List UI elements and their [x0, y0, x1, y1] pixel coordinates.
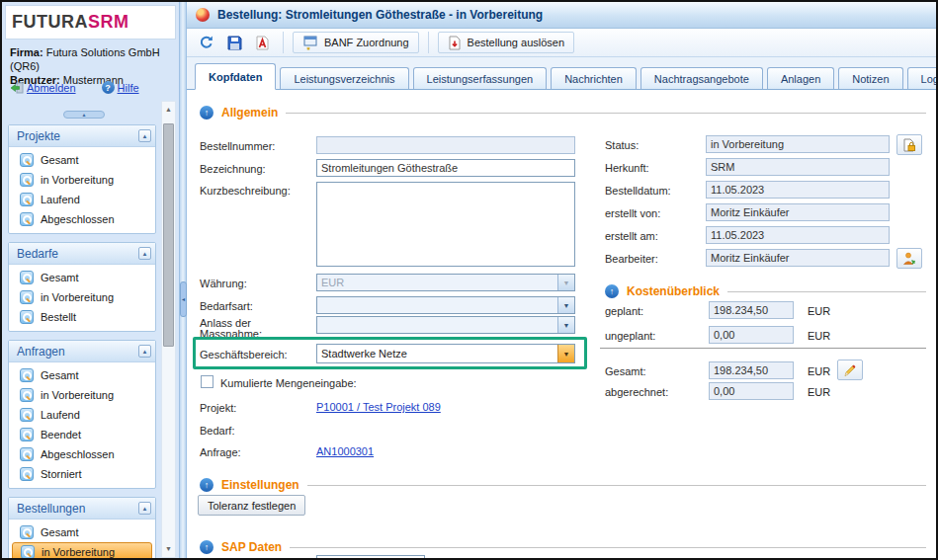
sidebar-item-bedarfe-gesamt[interactable]: Gesamt: [12, 268, 152, 287]
sidebar-item-projekte-gesamt[interactable]: Gesamt: [12, 150, 152, 170]
sidebar-item-projekte-in-vorbereitung[interactable]: in Vorbereitung: [12, 170, 152, 190]
sidebar-item-anfragen-laufend[interactable]: Laufend: [12, 405, 152, 425]
sidebar-item-anfragen-gesamt[interactable]: Gesamt: [12, 365, 152, 385]
section-up-icon[interactable]: ↑: [200, 106, 213, 120]
bedarfsart-select[interactable]: ▼: [316, 296, 575, 314]
anfrage-link[interactable]: AN1000301: [316, 445, 374, 457]
panel-bestellungen: Bestellungen ▲ Gesamt in Vorbereitung Ne…: [8, 497, 156, 558]
panel-title: Bedarfe: [17, 247, 58, 261]
erstellt-von-label: erstellt von:: [605, 207, 660, 219]
sidebar-collapse-handle[interactable]: ◄: [180, 281, 187, 317]
sidebar-item-bestellungen-gesamt[interactable]: Gesamt: [12, 522, 152, 542]
section-allgemein-title: Allgemein: [221, 106, 278, 120]
logout-link[interactable]: Abmelden: [10, 82, 76, 94]
vertical-splitter: ◄: [179, 2, 187, 558]
dropdown-button[interactable]: ▼: [557, 317, 574, 333]
bedarfsart-label: Bedarfsart:: [200, 300, 253, 312]
sidebar-item-anfragen-storniert[interactable]: Storniert: [12, 464, 152, 484]
sidebar-scrollbar[interactable]: ▲ ▼: [161, 101, 176, 558]
bezeichnung-input[interactable]: [316, 159, 575, 177]
geschaeftsbereich-label: Geschäftsbereich:: [200, 349, 288, 360]
herkunft-input: [706, 158, 890, 176]
anlass-der-massnahme-select[interactable]: ▼: [316, 316, 575, 334]
geschaeftsbereich-select[interactable]: Stadtwerke Netze ▼: [316, 344, 575, 363]
panel-title: Projekte: [17, 129, 60, 143]
dropdown-button[interactable]: ▼: [557, 297, 574, 313]
sidebar-item-bestellungen-in-vorbereitung[interactable]: in Vorbereitung: [12, 542, 152, 558]
geplant-input: [709, 301, 794, 319]
bestellung-icon: [196, 8, 210, 22]
tab-kopfdaten[interactable]: Kopfdaten: [195, 63, 276, 90]
tab-leistungsverzeichnis[interactable]: Leistungsverzeichnis: [280, 67, 408, 89]
panel-bedarfe-header[interactable]: Bedarfe ▲: [9, 243, 155, 265]
status-lock-button[interactable]: [896, 134, 922, 155]
section-up-icon[interactable]: ↑: [605, 284, 619, 298]
section-sap-header: ↑ SAP Daten: [200, 539, 926, 555]
section-up-icon[interactable]: ↑: [200, 478, 213, 492]
gesamt-currency: EUR: [808, 365, 830, 377]
toleranz-festlegen-button[interactable]: Toleranz festlegen: [198, 495, 305, 516]
banf-zuordnung-button[interactable]: BANF Zuordnung: [293, 32, 419, 53]
banf-zuordnung-label: BANF Zuordnung: [324, 37, 409, 48]
collapse-icon[interactable]: ▲: [138, 345, 151, 358]
sidebar-item-projekte-abgeschlossen[interactable]: Abgeschlossen: [12, 209, 152, 229]
dropdown-button: ▼: [557, 275, 574, 290]
scroll-down-icon[interactable]: ▼: [162, 542, 175, 555]
tab-nachtragsangebote[interactable]: Nachtragsangebote: [640, 67, 763, 89]
page-title: Bestellung: Stromleitungen Göthestraße -…: [217, 8, 543, 22]
sidebar-item-anfragen-in-vorbereitung[interactable]: in Vorbereitung: [12, 385, 152, 405]
panel-bestellungen-header[interactable]: Bestellungen ▲: [9, 498, 155, 520]
search-icon: [20, 447, 34, 461]
sidebar-item-bedarfe-bestellt[interactable]: Bestellt: [12, 307, 152, 327]
refresh-button[interactable]: [195, 32, 218, 53]
tab-nachrichten[interactable]: Nachrichten: [551, 67, 637, 89]
change-bearbeiter-button[interactable]: [896, 248, 922, 269]
gesamt-input: [709, 361, 794, 379]
pdf-icon: [255, 36, 270, 50]
panel-projekte-header[interactable]: Projekte ▲: [9, 125, 155, 147]
horizontal-splitter: ▲: [2, 110, 160, 120]
kurzbeschreibung-label: Kurzbeschreibung:: [200, 185, 291, 197]
bestelldatum-input: [706, 181, 890, 199]
scroll-up-icon[interactable]: ▲: [162, 103, 175, 116]
section-up-icon[interactable]: ↑: [200, 540, 213, 554]
search-icon: [20, 388, 34, 402]
kurzbeschreibung-textarea[interactable]: [316, 182, 575, 267]
collapse-icon[interactable]: ▲: [138, 129, 151, 142]
kumulierte-mengeneingabe-checkbox[interactable]: [201, 375, 213, 388]
dropdown-button[interactable]: ▼: [557, 345, 574, 362]
sidebar-navigation: Projekte ▲ Gesamt in Vorbereitung Laufen…: [8, 124, 156, 558]
section-einstellungen-title: Einstellungen: [221, 478, 299, 492]
release-icon: [448, 36, 462, 50]
sidebar-item-anfragen-beendet[interactable]: Beendet: [12, 425, 152, 444]
projekt-link[interactable]: P10001 / Test Projekt 089: [316, 401, 441, 413]
bestellnummer-input: [316, 136, 575, 154]
sidebar-item-projekte-laufend[interactable]: Laufend: [12, 190, 152, 209]
sidebar-item-bedarfe-in-vorbereitung[interactable]: in Vorbereitung: [12, 287, 152, 307]
search-icon: [20, 173, 34, 187]
sidebar-item-anfragen-abgeschlossen[interactable]: Abgeschlossen: [12, 444, 152, 464]
bearbeiter-input: [706, 249, 890, 267]
company-label: Firma:: [10, 46, 43, 58]
save-button[interactable]: [222, 32, 246, 53]
bestellung-ausloesen-label: Bestellung auslösen: [468, 37, 564, 48]
tab-leistungserfassungen[interactable]: Leistungserfassungen: [413, 67, 548, 89]
section-rule: [727, 291, 926, 292]
collapse-icon[interactable]: ▲: [138, 502, 151, 515]
geplant-label: geplant:: [605, 305, 643, 317]
erstellt-von-input: [706, 203, 890, 221]
splitter-collapse-handle[interactable]: ▲: [63, 111, 105, 119]
erstellt-am-input: [706, 226, 890, 244]
scrollbar-thumb[interactable]: [163, 123, 174, 347]
pdf-export-button[interactable]: [250, 32, 274, 53]
tab-log[interactable]: Log: [907, 67, 938, 89]
panel-anfragen-header[interactable]: Anfragen ▲: [9, 341, 155, 362]
collapse-icon[interactable]: ▲: [138, 247, 151, 260]
edit-gesamt-button[interactable]: [837, 360, 863, 380]
tab-anlagen[interactable]: Anlagen: [767, 67, 834, 89]
bestellnummer-label: Bestellnummer:: [200, 140, 275, 152]
bestellung-ausloesen-button[interactable]: Bestellung auslösen: [438, 32, 574, 53]
help-link[interactable]: ? Hilfe: [102, 81, 139, 94]
projekt-label: Projekt:: [200, 402, 236, 414]
tab-notizen[interactable]: Notizen: [838, 67, 902, 89]
